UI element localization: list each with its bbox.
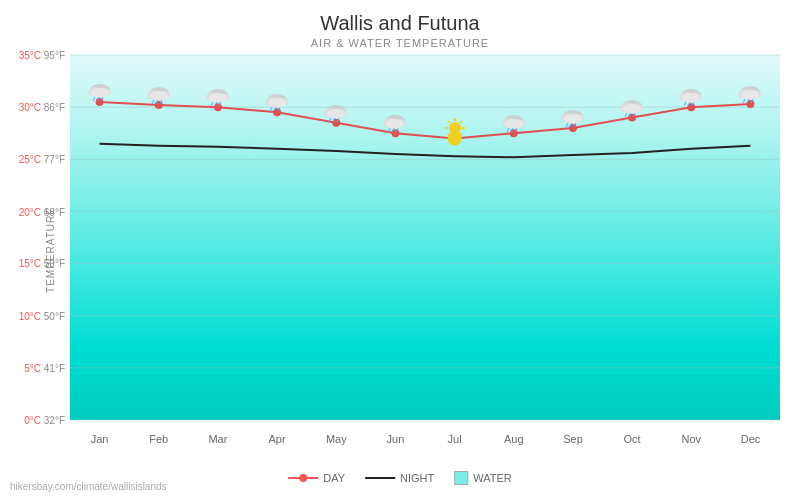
legend-day: DAY xyxy=(288,472,345,484)
svg-point-12 xyxy=(332,119,340,127)
x-axis-label: Aug xyxy=(484,433,543,445)
svg-point-18 xyxy=(687,103,695,111)
svg-point-16 xyxy=(569,124,577,132)
x-axis-label: Jan xyxy=(70,433,129,445)
legend-night-label: NIGHT xyxy=(400,472,434,484)
watermark: hikersbay.com/climate/wallisislands xyxy=(10,481,167,492)
svg-point-8 xyxy=(96,98,104,106)
legend-water-box xyxy=(454,471,468,485)
x-axis-label: Feb xyxy=(129,433,188,445)
legend-water: WATER xyxy=(454,471,512,485)
y-axis-label-item: 15°C 59°F xyxy=(19,258,65,269)
legend-day-line xyxy=(288,477,318,479)
y-axis-label-item: 20°C 68°F xyxy=(19,206,65,217)
x-axis-label: Oct xyxy=(603,433,662,445)
chart-svg xyxy=(70,55,780,420)
svg-point-10 xyxy=(214,103,222,111)
legend: DAY NIGHT WATER xyxy=(288,471,512,485)
svg-point-17 xyxy=(628,114,636,122)
svg-point-9 xyxy=(155,101,163,109)
main-title: Wallis and Futuna xyxy=(0,12,800,35)
svg-point-15 xyxy=(510,129,518,137)
svg-point-11 xyxy=(273,108,281,116)
y-axis: 35°C 95°F30°C 86°F25°C 77°F20°C 68°F15°C… xyxy=(0,55,70,420)
legend-night-line xyxy=(365,477,395,479)
title-area: Wallis and Futuna AIR & WATER TEMPERATUR… xyxy=(0,0,800,49)
y-axis-label-item: 10°C 50°F xyxy=(19,310,65,321)
x-axis-label: Apr xyxy=(248,433,307,445)
x-axis-label: Sep xyxy=(543,433,602,445)
legend-water-label: WATER xyxy=(473,472,512,484)
y-axis-label-item: 35°C 95°F xyxy=(19,50,65,61)
y-axis-label-item: 0°C 32°F xyxy=(24,415,65,426)
x-axis-label: May xyxy=(307,433,366,445)
legend-day-label: DAY xyxy=(323,472,345,484)
x-axis-label: Jun xyxy=(366,433,425,445)
x-axis-label: Mar xyxy=(188,433,247,445)
svg-point-19 xyxy=(746,100,754,108)
x-axis-label: Dec xyxy=(721,433,780,445)
y-axis-label-item: 25°C 77°F xyxy=(19,154,65,165)
x-axis: JanFebMarAprMayJunJulAugSepOctNovDec xyxy=(70,433,780,445)
x-axis-label: Jul xyxy=(425,433,484,445)
y-axis-label-item: 5°C 41°F xyxy=(24,362,65,373)
x-axis-label: Nov xyxy=(662,433,721,445)
svg-point-13 xyxy=(391,129,399,137)
chart-container: Wallis and Futuna AIR & WATER TEMPERATUR… xyxy=(0,0,800,500)
svg-point-14 xyxy=(448,131,462,145)
legend-night: NIGHT xyxy=(365,472,434,484)
y-axis-label-item: 30°C 86°F xyxy=(19,102,65,113)
sub-title: AIR & WATER TEMPERATURE xyxy=(0,37,800,49)
chart-area xyxy=(70,55,780,420)
